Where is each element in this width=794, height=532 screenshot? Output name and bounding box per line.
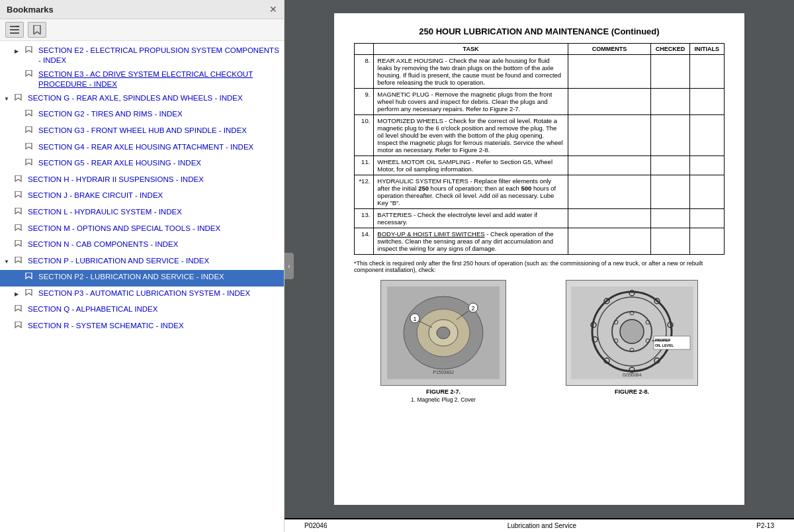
figure8-svg: PROPER OIL LEVEL G050084: [571, 287, 693, 379]
row-task: WHEEL MOTOR OIL SAMPLING - Refer to Sect…: [374, 156, 568, 175]
bookmark-toggle-n: [4, 240, 13, 249]
footer-left: P02046: [304, 522, 327, 529]
collapse-handle[interactable]: ‹: [285, 253, 294, 279]
bookmark-item-p2[interactable]: SECTION P2 - LUBRICATION AND SERVICE - I…: [0, 270, 284, 287]
row-initials: [689, 89, 724, 115]
bookmark-text-q: SECTION Q - ALPHABETICAL INDEX: [28, 304, 280, 314]
table-row: *12.HYDRAULIC SYSTEM FILTERS - Replace f…: [355, 175, 725, 209]
bookmark-item-l[interactable]: SECTION L - HYDRAULIC SYSTEM - INDEX: [0, 205, 284, 222]
svg-rect-1: [10, 29, 19, 30]
bookmark-item-p[interactable]: ▼SECTION P - LUBRICATION AND SERVICE - I…: [0, 254, 284, 271]
row-task: MAGNETIC PLUG - Remove the magnetic plug…: [374, 89, 568, 115]
bookmark-toggle-g5: [15, 159, 24, 167]
bookmark-text-r: SECTION R - SYSTEM SCHEMATIC - INDEX: [28, 321, 280, 331]
svg-text:2: 2: [471, 305, 474, 312]
menu-icon: [10, 26, 19, 34]
row-task: MOTORIZED WHEELS - Check for the correct…: [374, 115, 568, 156]
figures-row: 1 2 P150383J FIGURE 2-7. 1. Magnetic P: [354, 280, 725, 403]
col-initials: INITIALS: [689, 44, 724, 55]
footer-center: Lubrication and Service: [507, 522, 577, 529]
bookmark-text-j: SECTION J - BRAKE CIRCUIT - INDEX: [28, 191, 280, 200]
row-num: 13.: [355, 209, 374, 228]
figure7-label: 1. Magnetic Plug 2. Cover: [411, 396, 476, 403]
bookmark-flag-icon: [15, 240, 25, 252]
sidebar: Bookmarks ✕ ▶SECTION E2 - ELECTRICAL PRO…: [0, 0, 285, 532]
bookmark-item-g2[interactable]: SECTION G2 - TIRES AND RIMS - INDEX: [0, 107, 284, 124]
row-num: *12.: [355, 175, 374, 209]
row-initials: [689, 55, 724, 89]
row-comments: [568, 89, 651, 115]
bookmark-toggle-q: [4, 305, 13, 314]
row-checked: [651, 209, 689, 228]
toolbar-bookmark-button[interactable]: [28, 22, 46, 38]
bookmark-flag-icon: [25, 289, 36, 301]
bookmark-icon: [33, 25, 41, 34]
svg-text:G050084: G050084: [622, 373, 641, 377]
bookmark-toggle-p: ▼: [4, 257, 13, 265]
sidebar-header: Bookmarks ✕: [0, 0, 284, 19]
bookmark-toggle-h: [4, 175, 13, 184]
bookmark-text-h: SECTION H - HYDRAIR II SUSPENSIONS - IND…: [28, 175, 280, 185]
page-container: 250 HOUR LUBRICATION AND MAINTENANCE (Co…: [285, 0, 794, 518]
svg-rect-3: [17, 26, 19, 27]
row-task: BATTERIES - Check the electrolyte level …: [374, 209, 568, 228]
table-row: 13.BATTERIES - Check the electrolyte lev…: [355, 209, 725, 228]
row-comments: [568, 175, 651, 209]
row-initials: [689, 175, 724, 209]
bookmark-toggle-g4: [15, 143, 24, 152]
figure8-container: PROPER OIL LEVEL G050084 FIGURE 2-8.: [566, 280, 698, 403]
bookmark-toggle-e2: ▶: [15, 46, 24, 55]
sidebar-toolbar: [0, 19, 284, 41]
document-page: 250 HOUR LUBRICATION AND MAINTENANCE (Co…: [334, 13, 744, 505]
bookmark-item-g[interactable]: ▼SECTION G - REAR AXLE, SPINDLES AND WHE…: [0, 91, 284, 108]
row-initials: [689, 115, 724, 156]
bookmark-toggle-p3: ▶: [15, 289, 24, 298]
bookmark-flag-icon: [25, 110, 36, 122]
row-num: 14.: [355, 228, 374, 255]
bookmark-item-q[interactable]: SECTION Q - ALPHABETICAL INDEX: [0, 302, 284, 319]
row-comments: [568, 156, 651, 175]
bookmark-flag-icon: [25, 70, 36, 82]
bookmark-item-r[interactable]: SECTION R - SYSTEM SCHEMATIC - INDEX: [0, 319, 284, 335]
row-comments: [568, 55, 651, 89]
bookmark-toggle-j: [4, 191, 13, 200]
svg-text:1: 1: [413, 316, 416, 322]
bookmark-item-n[interactable]: SECTION N - CAB COMPONENTS - INDEX: [0, 238, 284, 254]
footer-right: P2-13: [756, 522, 774, 529]
bookmark-item-g4[interactable]: SECTION G4 - REAR AXLE HOUSING ATTACHMEN…: [0, 140, 284, 157]
bookmark-item-e2[interactable]: ▶SECTION E2 - ELECTRICAL PROPULSION SYST…: [0, 44, 284, 67]
bookmark-text-p: SECTION P - LUBRICATION AND SERVICE - IN…: [28, 256, 280, 266]
page-footer: P02046 Lubrication and Service P2-13: [285, 518, 794, 532]
row-checked: [651, 175, 689, 209]
svg-text:OIL LEVEL: OIL LEVEL: [655, 343, 674, 347]
bookmark-flag-icon: [15, 191, 25, 203]
bookmark-text-n: SECTION N - CAB COMPONENTS - INDEX: [28, 240, 280, 249]
bookmark-text-p3: SECTION P3 - AUTOMATIC LUBRICATION SYSTE…: [38, 288, 280, 298]
table-body: 8.REAR AXLE HOUSING - Check the rear axl…: [355, 55, 725, 255]
bookmark-text-g3: SECTION G3 - FRONT WHEEL HUB AND SPINDLE…: [38, 126, 280, 136]
row-comments: [568, 115, 651, 156]
bookmark-item-g3[interactable]: SECTION G3 - FRONT WHEEL HUB AND SPINDLE…: [0, 124, 284, 140]
bookmark-flag-icon: [15, 224, 25, 236]
bookmark-item-h[interactable]: SECTION H - HYDRAIR II SUSPENSIONS - IND…: [0, 173, 284, 189]
bookmark-item-j[interactable]: SECTION J - BRAKE CIRCUIT - INDEX: [0, 189, 284, 205]
bookmark-item-g5[interactable]: SECTION G5 - REAR AXLE HOUSING - INDEX: [0, 156, 284, 173]
bookmark-text-e3: SECTION E3 - AC DRIVE SYSTEM ELECTRICAL …: [38, 69, 280, 89]
bookmark-item-m[interactable]: SECTION M - OPTIONS AND SPECIAL TOOLS - …: [0, 222, 284, 238]
svg-point-8: [437, 327, 450, 339]
footnote: *This check is required only after the f…: [354, 260, 725, 273]
table-row: 9.MAGNETIC PLUG - Remove the magnetic pl…: [355, 89, 725, 115]
figure7-container: 1 2 P150383J FIGURE 2-7. 1. Magnetic P: [380, 280, 506, 403]
bookmark-text-m: SECTION M - OPTIONS AND SPECIAL TOOLS - …: [28, 224, 280, 234]
bookmark-item-e3[interactable]: SECTION E3 - AC DRIVE SYSTEM ELECTRICAL …: [0, 67, 284, 91]
bookmark-toggle-g2: [15, 110, 24, 118]
bookmark-item-p3[interactable]: ▶SECTION P3 - AUTOMATIC LUBRICATION SYST…: [0, 287, 284, 303]
figure8-image: PROPER OIL LEVEL G050084: [566, 280, 698, 386]
toolbar-menu-button[interactable]: [5, 22, 24, 38]
table-row: 8.REAR AXLE HOUSING - Check the rear axl…: [355, 55, 725, 89]
bookmark-toggle-e3: [15, 70, 24, 79]
bookmark-flag-icon: [15, 208, 25, 220]
col-comments: COMMENTS: [568, 44, 651, 55]
sidebar-close-button[interactable]: ✕: [269, 4, 277, 15]
row-task: BODY-UP & HOIST LIMIT SWITCHES - Check o…: [374, 228, 568, 255]
